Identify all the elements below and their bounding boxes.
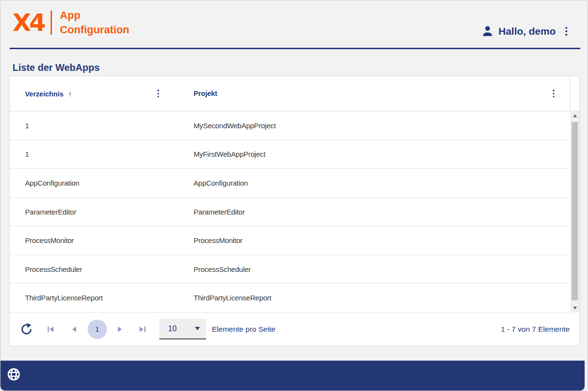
previous-page-icon: [70, 325, 78, 334]
app-name-line2: Configuration: [60, 23, 129, 37]
paginator: 1 10 Elemente pro Seite 1 - 7 von 7 Elem…: [10, 312, 579, 346]
cell-projekt: MySecondWebAppProject: [194, 121, 579, 130]
cell-projekt: AppConfiguration: [194, 179, 579, 187]
last-page-button[interactable]: [138, 325, 147, 334]
table-header-row: Verzeichnis ↑ Projekt: [10, 76, 579, 111]
first-page-button[interactable]: [46, 325, 55, 334]
column-label: Projekt: [194, 90, 217, 97]
scroll-up-button[interactable]: [570, 111, 579, 120]
table-body: 1 MySecondWebAppProject 1 MyFirstWebAppP…: [10, 111, 579, 312]
cell-verzeichnis: 1: [10, 150, 194, 158]
app-window: X4 App Configuration Hallo, demo Liste d…: [0, 0, 588, 391]
page-size-label: Elemente pro Seite: [212, 325, 275, 334]
cell-projekt: ProcessMonitor: [194, 236, 579, 244]
scrollbar-thumb[interactable]: [572, 122, 578, 300]
refresh-icon: [20, 323, 33, 336]
cell-projekt: ThirdPartyLicenseReport: [194, 294, 579, 302]
column-header-projekt[interactable]: Projekt: [194, 90, 217, 97]
pagination-range-label: 1 - 7 von 7 Elemente: [501, 325, 570, 334]
cell-verzeichnis: ParameterEditor: [10, 208, 194, 216]
webapps-table: Verzeichnis ↑ Projekt 1 MySecondWebAppPr…: [9, 76, 580, 346]
scroll-down-button[interactable]: [570, 304, 579, 312]
last-page-icon: [138, 325, 147, 334]
previous-page-button[interactable]: [70, 325, 78, 334]
cell-projekt: ProcessScheduler: [194, 265, 579, 273]
table-row[interactable]: 1 MySecondWebAppProject: [10, 111, 579, 140]
x4-logo-icon: X4: [13, 11, 44, 34]
table-row[interactable]: ProcessScheduler ProcessScheduler: [10, 255, 579, 284]
cell-verzeichnis: ProcessMonitor: [10, 236, 194, 244]
user-greeting: Hallo, demo: [498, 26, 556, 37]
next-page-button[interactable]: [116, 325, 124, 334]
column-menu-verzeichnis-button[interactable]: [156, 87, 161, 100]
user-icon: [481, 25, 494, 38]
cell-projekt: MyFirstWebAppProject: [194, 150, 579, 158]
page-size-value: 10: [168, 324, 177, 333]
next-page-icon: [116, 325, 124, 334]
current-page-number: 1: [95, 325, 99, 333]
table-row[interactable]: ThirdPartyLicenseReport ThirdPartyLicens…: [10, 283, 579, 312]
globe-icon: [7, 367, 21, 381]
app-name-line1: App: [60, 8, 129, 23]
language-button[interactable]: [7, 367, 21, 381]
header-divider: [10, 48, 580, 49]
table-row[interactable]: AppConfiguration AppConfiguration: [10, 169, 579, 198]
vertical-scrollbar[interactable]: [570, 111, 579, 312]
cell-verzeichnis: ProcessScheduler: [10, 265, 194, 273]
cell-verzeichnis: AppConfiguration: [10, 179, 194, 187]
user-menu-button[interactable]: [563, 24, 569, 39]
scrollbar-corner-divider: [570, 76, 570, 111]
app-name: App Configuration: [60, 8, 129, 37]
table-row[interactable]: ParameterEditor ParameterEditor: [10, 198, 579, 227]
user-area: Hallo, demo: [481, 24, 569, 39]
logo: X4 App Configuration: [13, 8, 130, 37]
cell-verzeichnis: 1: [10, 121, 194, 130]
scroll-down-icon: [573, 307, 577, 310]
sort-ascending-icon: ↑: [68, 90, 72, 98]
column-menu-projekt-button[interactable]: [551, 87, 556, 100]
page-size-select[interactable]: 10: [159, 319, 206, 339]
table-row[interactable]: 1 MyFirstWebAppProject: [10, 140, 579, 169]
first-page-icon: [46, 325, 55, 334]
app-header: X4 App Configuration Hallo, demo: [0, 0, 588, 49]
cell-verzeichnis: ThirdPartyLicenseReport: [10, 294, 194, 302]
table-row[interactable]: ProcessMonitor ProcessMonitor: [10, 226, 579, 255]
cell-projekt: ParameterEditor: [194, 208, 579, 216]
column-label: Verzeichnis: [25, 90, 64, 97]
chevron-down-icon: [195, 327, 200, 330]
column-header-verzeichnis[interactable]: Verzeichnis ↑: [25, 90, 72, 98]
page-title: Liste der WebApps: [13, 62, 100, 73]
logo-divider: [51, 11, 52, 35]
refresh-button[interactable]: [20, 323, 33, 336]
footer-bar: [0, 361, 585, 391]
scroll-up-icon: [573, 114, 577, 117]
current-page-button[interactable]: 1: [88, 320, 107, 339]
